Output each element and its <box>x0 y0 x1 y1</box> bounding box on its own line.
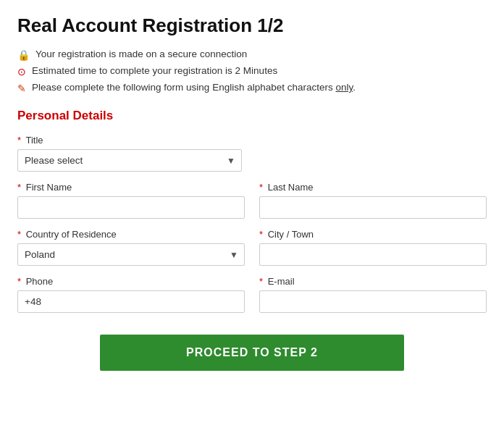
title-label: * Title <box>17 135 242 146</box>
city-input[interactable] <box>259 243 487 266</box>
phone-group: * Phone <box>17 276 245 313</box>
personal-details-title: Personal Details <box>17 109 487 123</box>
clock-icon: ⊙ <box>17 66 26 77</box>
country-group: * Country of Residence Poland Germany Fr… <box>17 229 245 266</box>
country-label: * Country of Residence <box>17 229 245 240</box>
country-select[interactable]: Poland Germany France United Kingdom <box>17 243 245 266</box>
city-group: * City / Town <box>259 229 487 266</box>
pencil-icon: ✎ <box>17 83 26 94</box>
first-name-required-star: * <box>17 182 21 193</box>
phone-label: * Phone <box>17 276 245 287</box>
last-name-input[interactable] <box>259 196 487 219</box>
phone-email-row: * Phone * E-mail <box>17 276 487 313</box>
title-required-star: * <box>17 135 21 146</box>
last-name-required-star: * <box>259 182 263 193</box>
email-required-star: * <box>259 276 263 287</box>
phone-input[interactable] <box>17 290 245 313</box>
email-label: * E-mail <box>259 276 487 287</box>
country-required-star: * <box>17 229 21 240</box>
country-select-wrapper[interactable]: Poland Germany France United Kingdom ▼ <box>17 243 245 266</box>
info-alphabet-text: Please complete the following form using… <box>32 82 356 93</box>
first-name-group: * First Name <box>17 182 245 219</box>
first-name-input[interactable] <box>17 196 245 219</box>
title-field-group: * Title Please select Mr Mrs Ms Dr ▼ <box>17 135 242 172</box>
city-required-star: * <box>259 229 263 240</box>
name-row: * First Name * Last Name <box>17 182 487 219</box>
lock-icon: 🔒 <box>17 49 30 61</box>
info-secure-text: Your registration is made on a secure co… <box>35 49 247 59</box>
country-city-row: * Country of Residence Poland Germany Fr… <box>17 229 487 266</box>
email-input[interactable] <box>259 290 487 313</box>
proceed-button[interactable]: PROCEED TO STEP 2 <box>100 335 404 371</box>
last-name-group: * Last Name <box>259 182 487 219</box>
title-select[interactable]: Please select Mr Mrs Ms Dr <box>17 149 242 172</box>
title-select-wrapper[interactable]: Please select Mr Mrs Ms Dr ▼ <box>17 149 242 172</box>
info-list: 🔒 Your registration is made on a secure … <box>17 49 487 94</box>
last-name-label: * Last Name <box>259 182 487 193</box>
city-label: * City / Town <box>259 229 487 240</box>
info-time-text: Estimated time to complete your registra… <box>32 65 277 76</box>
phone-required-star: * <box>17 276 21 287</box>
page-title: Real Account Registration 1/2 <box>17 14 487 37</box>
first-name-label: * First Name <box>17 182 245 193</box>
title-row: * Title Please select Mr Mrs Ms Dr ▼ <box>17 135 487 172</box>
email-group: * E-mail <box>259 276 487 313</box>
